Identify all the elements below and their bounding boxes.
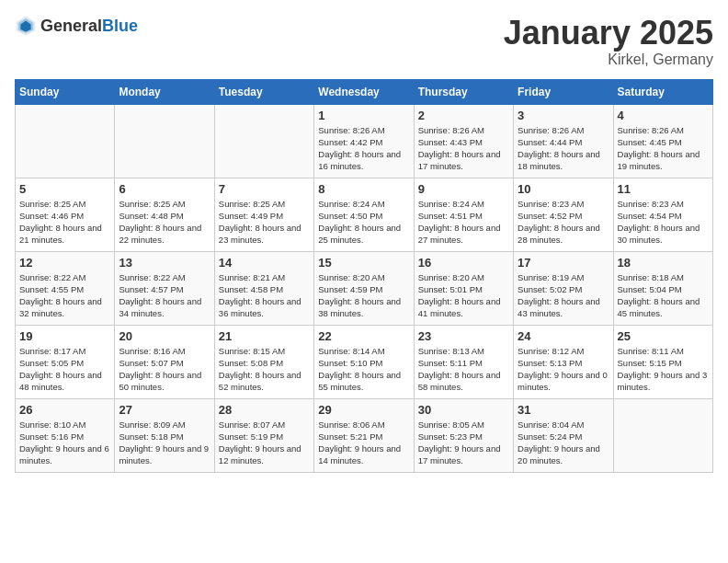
day-number: 4: [618, 109, 709, 122]
calendar-cell: 15Sunrise: 8:20 AM Sunset: 4:59 PM Dayli…: [314, 251, 414, 325]
calendar-cell: 3Sunrise: 8:26 AM Sunset: 4:44 PM Daylig…: [514, 104, 613, 178]
day-number: 8: [318, 182, 409, 196]
day-number: 9: [418, 182, 509, 196]
logo-blue: Blue: [102, 17, 138, 35]
day-number: 10: [518, 182, 609, 196]
day-info: Sunrise: 8:22 AM Sunset: 4:55 PM Dayligh…: [19, 271, 110, 320]
weekday-header-row: SundayMondayTuesdayWednesdayThursdayFrid…: [16, 79, 713, 104]
weekday-header: Thursday: [414, 79, 513, 104]
day-info: Sunrise: 8:24 AM Sunset: 4:50 PM Dayligh…: [318, 198, 409, 247]
day-info: Sunrise: 8:20 AM Sunset: 4:59 PM Dayligh…: [318, 271, 409, 320]
calendar-cell: 22Sunrise: 8:14 AM Sunset: 5:10 PM Dayli…: [314, 325, 414, 398]
calendar-cell: 24Sunrise: 8:12 AM Sunset: 5:13 PM Dayli…: [514, 325, 613, 398]
day-number: 23: [418, 329, 509, 343]
calendar-cell: 8Sunrise: 8:24 AM Sunset: 4:50 PM Daylig…: [314, 178, 414, 251]
weekday-header: Saturday: [613, 79, 712, 104]
calendar-cell: 10Sunrise: 8:23 AM Sunset: 4:52 PM Dayli…: [514, 178, 613, 251]
calendar-cell: 19Sunrise: 8:17 AM Sunset: 5:05 PM Dayli…: [16, 325, 115, 398]
calendar-cell: 30Sunrise: 8:05 AM Sunset: 5:23 PM Dayli…: [414, 398, 513, 472]
calendar-cell: 14Sunrise: 8:21 AM Sunset: 4:58 PM Dayli…: [214, 251, 313, 325]
day-info: Sunrise: 8:11 AM Sunset: 5:15 PM Dayligh…: [618, 345, 709, 394]
day-info: Sunrise: 8:05 AM Sunset: 5:23 PM Dayligh…: [418, 419, 509, 467]
calendar-cell: 21Sunrise: 8:15 AM Sunset: 5:08 PM Dayli…: [214, 325, 313, 398]
day-number: 25: [618, 329, 709, 343]
day-info: Sunrise: 8:25 AM Sunset: 4:48 PM Dayligh…: [119, 198, 210, 247]
day-info: Sunrise: 8:18 AM Sunset: 5:04 PM Dayligh…: [618, 271, 709, 320]
calendar-cell: 2Sunrise: 8:26 AM Sunset: 4:43 PM Daylig…: [414, 104, 513, 178]
day-info: Sunrise: 8:12 AM Sunset: 5:13 PM Dayligh…: [518, 345, 609, 394]
calendar-cell: 16Sunrise: 8:20 AM Sunset: 5:01 PM Dayli…: [414, 251, 513, 325]
location-title: Kirkel, Germany: [504, 52, 713, 68]
logo-general: General: [40, 17, 102, 35]
day-info: Sunrise: 8:14 AM Sunset: 5:10 PM Dayligh…: [318, 345, 409, 394]
day-info: Sunrise: 8:06 AM Sunset: 5:21 PM Dayligh…: [318, 419, 409, 467]
weekday-header: Friday: [514, 79, 613, 104]
calendar-cell: 20Sunrise: 8:16 AM Sunset: 5:07 PM Dayli…: [115, 325, 214, 398]
day-info: Sunrise: 8:23 AM Sunset: 4:52 PM Dayligh…: [518, 198, 609, 247]
calendar-cell: 7Sunrise: 8:25 AM Sunset: 4:49 PM Daylig…: [214, 178, 313, 251]
weekday-header: Tuesday: [214, 79, 313, 104]
day-info: Sunrise: 8:15 AM Sunset: 5:08 PM Dayligh…: [219, 345, 310, 394]
calendar-cell: 5Sunrise: 8:25 AM Sunset: 4:46 PM Daylig…: [16, 178, 115, 251]
day-info: Sunrise: 8:25 AM Sunset: 4:49 PM Dayligh…: [219, 198, 310, 247]
day-info: Sunrise: 8:24 AM Sunset: 4:51 PM Dayligh…: [418, 198, 509, 247]
day-info: Sunrise: 8:13 AM Sunset: 5:11 PM Dayligh…: [418, 345, 509, 394]
calendar-cell: 4Sunrise: 8:26 AM Sunset: 4:45 PM Daylig…: [613, 104, 712, 178]
day-info: Sunrise: 8:16 AM Sunset: 5:07 PM Dayligh…: [119, 345, 210, 394]
day-number: 7: [219, 182, 310, 196]
weekday-header: Sunday: [16, 79, 115, 104]
calendar-table: SundayMondayTuesdayWednesdayThursdayFrid…: [15, 79, 713, 473]
day-number: 11: [618, 182, 709, 196]
calendar-cell: 28Sunrise: 8:07 AM Sunset: 5:19 PM Dayli…: [214, 398, 313, 472]
day-number: 29: [318, 403, 409, 417]
weekday-header: Wednesday: [314, 79, 414, 104]
day-number: 28: [219, 403, 310, 417]
calendar-cell: 17Sunrise: 8:19 AM Sunset: 5:02 PM Dayli…: [514, 251, 613, 325]
day-info: Sunrise: 8:10 AM Sunset: 5:16 PM Dayligh…: [19, 419, 110, 467]
calendar-cell: 23Sunrise: 8:13 AM Sunset: 5:11 PM Dayli…: [414, 325, 513, 398]
day-number: 24: [518, 329, 609, 343]
day-info: Sunrise: 8:22 AM Sunset: 4:57 PM Dayligh…: [119, 271, 210, 320]
calendar-cell: 27Sunrise: 8:09 AM Sunset: 5:18 PM Dayli…: [115, 398, 214, 472]
calendar-cell: [613, 398, 712, 472]
day-number: 27: [119, 403, 210, 417]
calendar-cell: 18Sunrise: 8:18 AM Sunset: 5:04 PM Dayli…: [613, 251, 712, 325]
logo-text: GeneralBlue: [40, 17, 138, 36]
calendar-cell: 12Sunrise: 8:22 AM Sunset: 4:55 PM Dayli…: [16, 251, 115, 325]
day-number: 30: [418, 403, 509, 417]
day-info: Sunrise: 8:17 AM Sunset: 5:05 PM Dayligh…: [19, 345, 110, 394]
day-info: Sunrise: 8:07 AM Sunset: 5:19 PM Dayligh…: [219, 419, 310, 467]
day-number: 2: [418, 109, 509, 122]
calendar-cell: [16, 104, 115, 178]
day-info: Sunrise: 8:09 AM Sunset: 5:18 PM Dayligh…: [119, 419, 210, 467]
day-number: 16: [418, 256, 509, 270]
month-title: January 2025: [504, 15, 713, 52]
calendar-week-row: 19Sunrise: 8:17 AM Sunset: 5:05 PM Dayli…: [16, 325, 713, 398]
logo: GeneralBlue: [15, 15, 138, 37]
day-info: Sunrise: 8:04 AM Sunset: 5:24 PM Dayligh…: [518, 419, 609, 467]
day-info: Sunrise: 8:21 AM Sunset: 4:58 PM Dayligh…: [219, 271, 310, 320]
calendar-cell: 31Sunrise: 8:04 AM Sunset: 5:24 PM Dayli…: [514, 398, 613, 472]
calendar-week-row: 26Sunrise: 8:10 AM Sunset: 5:16 PM Dayli…: [16, 398, 713, 472]
day-info: Sunrise: 8:25 AM Sunset: 4:46 PM Dayligh…: [19, 198, 110, 247]
day-info: Sunrise: 8:26 AM Sunset: 4:43 PM Dayligh…: [418, 124, 509, 173]
day-number: 19: [19, 329, 110, 343]
calendar-cell: 25Sunrise: 8:11 AM Sunset: 5:15 PM Dayli…: [613, 325, 712, 398]
day-number: 13: [119, 256, 210, 270]
calendar-cell: 26Sunrise: 8:10 AM Sunset: 5:16 PM Dayli…: [16, 398, 115, 472]
calendar-week-row: 5Sunrise: 8:25 AM Sunset: 4:46 PM Daylig…: [16, 178, 713, 251]
day-info: Sunrise: 8:26 AM Sunset: 4:44 PM Dayligh…: [518, 124, 609, 173]
page-header: GeneralBlue January 2025 Kirkel, Germany: [15, 15, 713, 68]
day-number: 6: [119, 182, 210, 196]
day-number: 20: [119, 329, 210, 343]
day-number: 26: [19, 403, 110, 417]
day-number: 22: [318, 329, 409, 343]
day-number: 1: [318, 109, 409, 122]
calendar-cell: 29Sunrise: 8:06 AM Sunset: 5:21 PM Dayli…: [314, 398, 414, 472]
day-info: Sunrise: 8:19 AM Sunset: 5:02 PM Dayligh…: [518, 271, 609, 320]
calendar-cell: [115, 104, 214, 178]
day-info: Sunrise: 8:26 AM Sunset: 4:45 PM Dayligh…: [618, 124, 709, 173]
title-block: January 2025 Kirkel, Germany: [504, 15, 713, 68]
day-number: 15: [318, 256, 409, 270]
calendar-cell: 13Sunrise: 8:22 AM Sunset: 4:57 PM Dayli…: [115, 251, 214, 325]
